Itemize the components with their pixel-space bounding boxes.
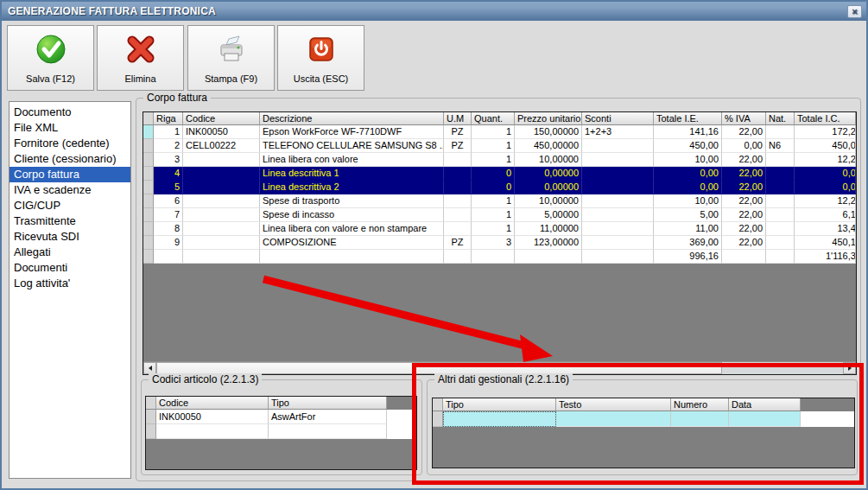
table-row[interactable]: 4Linea descrittiva 100,000000,0022,000,0… (143, 167, 856, 181)
table-row[interactable]: 7Spese di incasso15,000005,0022,006,10 (143, 208, 856, 222)
cell-descrizione: TELEFONO CELLULARE SAMSUNG S8 ... (260, 139, 444, 153)
close-button[interactable]: × (847, 5, 862, 18)
cell-tot_ie: 450,00 (654, 139, 722, 153)
cell-nat (766, 208, 795, 222)
cell-tot_ic: 450,00 (795, 139, 856, 153)
column-header-tot_ic[interactable]: Totale I.C. (795, 112, 856, 125)
column-header-nat[interactable]: Nat. (766, 112, 795, 125)
cell-riga: 6 (154, 194, 183, 208)
table-row[interactable] (433, 411, 854, 427)
row-selector-cell[interactable] (143, 125, 154, 139)
column-header-iva[interactable]: % IVA (722, 112, 766, 125)
table-row[interactable]: 9COMPOSIZIONEPZ3123,00000369,0022,00450,… (143, 236, 856, 250)
cell-tot_ic: 1'116,32 (795, 250, 856, 264)
table-row[interactable]: 5Linea descrittiva 200,000000,0022,000,0… (143, 181, 856, 194)
red-x-icon (125, 34, 156, 65)
cell-um: PZ (444, 125, 472, 139)
sidebar-item-log-attivita[interactable]: Log attivita' (10, 276, 130, 291)
sidebar-item-documento[interactable]: Documento (10, 105, 130, 120)
print-button[interactable]: Stampa (F9) (187, 25, 275, 91)
row-selector-cell[interactable] (143, 167, 154, 181)
scroll-left-button[interactable] (143, 362, 156, 374)
cell-riga: 8 (154, 222, 183, 236)
scroll-right-button[interactable] (843, 362, 856, 374)
exit-button[interactable]: Uscita (ESC) (277, 25, 364, 91)
cell-codice: INK00050 (183, 125, 260, 139)
cell-iva: 22,00 (722, 222, 766, 236)
horizontal-scrollbar[interactable] (143, 361, 856, 374)
column-header-testo[interactable]: Testo (556, 398, 671, 411)
cell-codice (183, 236, 260, 250)
column-header-prezzo[interactable]: Prezzo unitario (515, 112, 582, 125)
row-selector-cell[interactable] (143, 194, 154, 208)
row-selector-cell[interactable] (146, 410, 156, 424)
check-circle-icon (35, 34, 67, 65)
row-selector-cell[interactable] (143, 181, 154, 194)
table-row[interactable]: 2CELL00222TELEFONO CELLULARE SAMSUNG S8 … (143, 139, 856, 153)
grid-filler (433, 427, 854, 468)
delete-button[interactable]: Elimina (97, 25, 184, 91)
cell-codice (183, 208, 260, 222)
scrollbar-track[interactable] (722, 362, 843, 374)
column-header-tot_ie[interactable]: Totale I.E. (654, 112, 722, 125)
sidebar-item-ricevuta-sdi[interactable]: Ricevuta SDI (10, 229, 130, 245)
row-selector-cell[interactable] (143, 250, 154, 264)
grid-filler (146, 439, 416, 469)
column-header-numero[interactable]: Numero (671, 398, 729, 411)
column-header-tipo[interactable]: Tipo (443, 398, 556, 411)
title-bar[interactable]: GENERAZIONE FATTURA ELETTRONICA × (2, 2, 866, 21)
sidebar-item-cig-cup[interactable]: CIG/CUP (10, 198, 130, 213)
scrollbar-thumb[interactable] (156, 362, 722, 374)
column-header-sconti[interactable]: Sconti (582, 112, 654, 125)
table-row[interactable]: INK00050AswArtFor (146, 410, 416, 424)
sidebar-item-documenti[interactable]: Documenti (10, 260, 130, 276)
altri-dati-group-label: Altri dati gestionali (2.2.1.16) (434, 373, 573, 385)
row-selector-cell[interactable] (143, 139, 154, 153)
sidebar-item-cliente-cessionario[interactable]: Cliente (cessionario) (10, 151, 130, 167)
save-button[interactable]: Salva (F12) (7, 25, 94, 91)
table-row[interactable]: 8Linea libera con valore e non stampare1… (143, 222, 856, 236)
column-header-data[interactable]: Data (729, 398, 801, 411)
invoice-table-header: RigaCodiceDescrizioneU.MQuant.Prezzo uni… (143, 112, 856, 125)
cell-nat (766, 167, 795, 181)
cell-iva: 22,00 (722, 125, 766, 139)
cell-iva: 22,00 (722, 236, 766, 250)
cell-prezzo: 10,00000 (515, 194, 582, 208)
row-selector-cell[interactable] (143, 208, 154, 222)
table-row[interactable] (146, 424, 416, 439)
table-row[interactable]: 1INK00050Epson WorkForce WF-7710DWFPZ115… (143, 125, 856, 139)
cell-nat (766, 194, 795, 208)
sidebar-item-trasmittente[interactable]: Trasmittente (10, 213, 130, 229)
cell-descrizione: Linea libera con valore (260, 153, 444, 167)
table-row[interactable]: 6Spese di trasporto110,0000010,0022,0012… (143, 194, 856, 208)
sidebar-item-file-xml[interactable]: File XML (10, 120, 130, 136)
column-header-descrizione[interactable]: Descrizione (260, 112, 444, 125)
sidebar-item-corpo-fattura[interactable]: Corpo fattura (10, 167, 130, 182)
column-header-riga[interactable]: Riga (154, 112, 183, 125)
cell-tot_ie: 0,00 (654, 167, 722, 181)
row-selector-cell[interactable] (143, 153, 154, 167)
cell-prezzo: 10,00000 (515, 153, 582, 167)
sidebar-item-fornitore-cedente[interactable]: Fornitore (cedente) (10, 136, 130, 151)
sidebar-item-iva-e-scadenze[interactable]: IVA e scadenze (10, 182, 130, 198)
cell-tot_ie: 10,00 (654, 153, 722, 167)
column-header-codice[interactable]: Codice (183, 112, 260, 125)
row-selector-cell[interactable] (143, 236, 154, 250)
column-header-codice[interactable]: Codice (156, 397, 269, 410)
column-header-quant[interactable]: Quant. (472, 112, 515, 125)
cell-testo[interactable] (556, 411, 671, 427)
sidebar-item-allegati[interactable]: Allegati (10, 245, 130, 260)
table-row[interactable]: 3Linea libera con valore110,0000010,0022… (143, 153, 856, 167)
column-header-tipo[interactable]: Tipo (269, 397, 387, 410)
cell-quant: 1 (472, 139, 515, 153)
cell-data[interactable] (729, 411, 801, 427)
cell-riga: 9 (154, 236, 183, 250)
row-selector-cell[interactable] (143, 222, 154, 236)
cell-tipo-input[interactable] (443, 411, 556, 427)
cell-numero[interactable] (671, 411, 729, 427)
row-selector-cell[interactable] (146, 424, 156, 439)
cell-quant (472, 250, 515, 264)
column-header-um[interactable]: U.M (444, 112, 472, 125)
cell-nat: N6 (766, 139, 795, 153)
row-selector-cell[interactable] (433, 411, 443, 427)
